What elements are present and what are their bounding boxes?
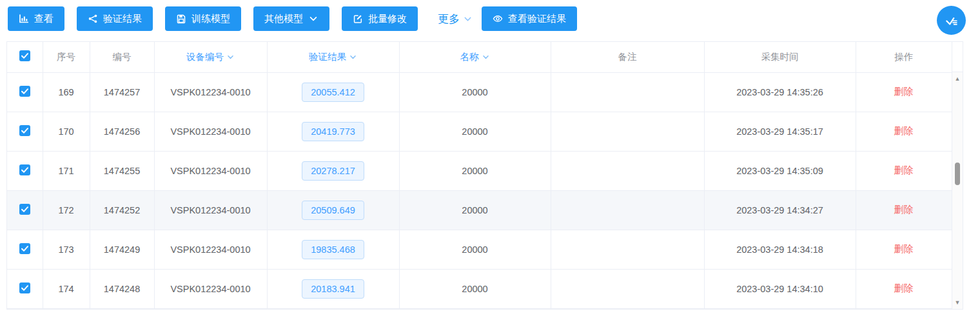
cell-result: 20183.941 bbox=[267, 269, 399, 308]
train-model-button[interactable]: 训练模型 bbox=[165, 6, 241, 31]
view-chart-button[interactable]: 查看 bbox=[8, 6, 64, 31]
scroll-down-icon[interactable]: ▼ bbox=[952, 297, 963, 308]
cell-device: VSPK012234-0010 bbox=[154, 269, 267, 308]
cell-checkbox bbox=[7, 151, 43, 190]
table-row: 1721474252VSPK012234-001020509.649200002… bbox=[7, 190, 952, 230]
cell-remark bbox=[551, 151, 704, 190]
cell-action: 删除 bbox=[856, 230, 952, 269]
header-cell-remark: 备注 bbox=[551, 42, 704, 72]
cell-result: 20509.649 bbox=[267, 190, 399, 230]
result-badge: 20419.773 bbox=[302, 122, 364, 141]
cell-result: 19835.468 bbox=[267, 230, 399, 269]
cell-device: VSPK012234-0010 bbox=[154, 190, 267, 230]
cell-device: VSPK012234-0010 bbox=[154, 230, 267, 269]
other-models-dropdown-button[interactable]: 其他模型 bbox=[253, 6, 329, 31]
cell-code: 1474256 bbox=[90, 112, 154, 151]
scroll-up-icon[interactable]: ▲ bbox=[952, 74, 963, 84]
delete-link[interactable]: 删除 bbox=[894, 86, 914, 97]
button-label: 查看验证结果 bbox=[508, 13, 566, 25]
cell-index: 174 bbox=[43, 269, 90, 308]
cell-checkbox bbox=[7, 190, 43, 230]
cell-name: 20000 bbox=[399, 151, 551, 190]
column-label: 设备编号 bbox=[186, 52, 224, 62]
more-dropdown[interactable]: 更多 bbox=[438, 6, 473, 31]
cell-name: 20000 bbox=[399, 190, 551, 230]
button-label: 查看 bbox=[34, 13, 54, 25]
cell-checkbox bbox=[7, 112, 43, 151]
cell-index: 172 bbox=[43, 190, 90, 230]
result-badge: 20183.941 bbox=[302, 279, 364, 299]
cell-code: 1474252 bbox=[90, 190, 154, 230]
cell-time: 2023-03-29 14:34:10 bbox=[704, 269, 856, 308]
cell-time: 2023-03-29 14:35:17 bbox=[704, 112, 856, 151]
vertical-scrollbar[interactable]: ▲ ▼ bbox=[952, 42, 963, 309]
cell-code: 1474257 bbox=[90, 72, 154, 112]
column-label: 备注 bbox=[618, 52, 637, 62]
result-badge: 20055.412 bbox=[302, 83, 364, 102]
button-label: 训练模型 bbox=[191, 13, 230, 25]
cell-device: VSPK012234-0010 bbox=[154, 72, 267, 112]
validation-result-button[interactable]: 验证结果 bbox=[77, 6, 153, 31]
sort-chevron-down-icon bbox=[482, 53, 490, 61]
column-label: 采集时间 bbox=[761, 52, 799, 62]
cell-index: 169 bbox=[43, 72, 90, 112]
cell-name: 20000 bbox=[399, 269, 551, 308]
fab-checklist-button[interactable] bbox=[937, 6, 966, 35]
cell-action: 删除 bbox=[856, 112, 952, 151]
header-cell-name[interactable]: 名称 bbox=[399, 42, 551, 72]
cell-index: 171 bbox=[43, 151, 90, 190]
scrollbar-thumb[interactable] bbox=[955, 163, 960, 185]
select-all-checkbox[interactable] bbox=[19, 50, 30, 61]
header-cell-device[interactable]: 设备编号 bbox=[154, 42, 267, 72]
header-cell-index: 序号 bbox=[43, 42, 90, 72]
row-checkbox[interactable] bbox=[19, 86, 30, 97]
cell-device: VSPK012234-0010 bbox=[154, 112, 267, 151]
more-label: 更多 bbox=[438, 12, 460, 26]
table: 序号编号设备编号验证结果名称备注采集时间操作 1691474257VSPK012… bbox=[7, 42, 952, 309]
row-checkbox[interactable] bbox=[19, 282, 30, 293]
delete-link[interactable]: 删除 bbox=[894, 164, 914, 175]
table-row: 1731474249VSPK012234-001019835.468200002… bbox=[7, 230, 952, 269]
column-label: 序号 bbox=[57, 52, 75, 62]
scrollbar-track[interactable]: ▲ ▼ bbox=[952, 72, 963, 309]
result-badge: 20278.217 bbox=[302, 161, 364, 181]
share-icon bbox=[88, 14, 98, 24]
checklist-icon bbox=[945, 14, 959, 28]
cell-time: 2023-03-29 14:35:09 bbox=[704, 151, 856, 190]
chevron-down-icon bbox=[463, 14, 473, 24]
batch-edit-button[interactable]: 批量修改 bbox=[342, 6, 418, 31]
view-validation-results-button[interactable]: 查看验证结果 bbox=[482, 6, 577, 31]
cell-result: 20278.217 bbox=[267, 151, 399, 190]
table-header-row: 序号编号设备编号验证结果名称备注采集时间操作 bbox=[7, 42, 952, 72]
cell-remark bbox=[551, 230, 704, 269]
bar-chart-icon bbox=[19, 14, 29, 24]
delete-link[interactable]: 删除 bbox=[894, 125, 914, 136]
cell-index: 173 bbox=[43, 230, 90, 269]
column-label: 编号 bbox=[113, 52, 132, 62]
header-cell-action: 操作 bbox=[856, 42, 952, 72]
chevron-down-icon bbox=[308, 14, 318, 24]
cell-checkbox bbox=[7, 72, 43, 112]
sort-chevron-down-icon bbox=[349, 53, 357, 61]
cell-time: 2023-03-29 14:34:27 bbox=[704, 190, 856, 230]
delete-link[interactable]: 删除 bbox=[894, 282, 914, 293]
row-checkbox[interactable] bbox=[19, 243, 30, 254]
header-cell-result[interactable]: 验证结果 bbox=[267, 42, 399, 72]
cell-result: 20055.412 bbox=[267, 72, 399, 112]
eye-icon bbox=[493, 14, 503, 24]
row-checkbox[interactable] bbox=[19, 164, 30, 175]
toolbar: 查看验证结果训练模型其他模型批量修改 更多 查看验证结果 bbox=[0, 0, 980, 41]
save-icon bbox=[176, 14, 186, 24]
cell-action: 删除 bbox=[856, 151, 952, 190]
row-checkbox[interactable] bbox=[19, 125, 30, 136]
toolbar-buttons: 查看验证结果训练模型其他模型批量修改 bbox=[8, 6, 430, 31]
row-checkbox[interactable] bbox=[19, 204, 30, 215]
sort-chevron-down-icon bbox=[226, 53, 235, 61]
delete-link[interactable]: 删除 bbox=[894, 243, 914, 254]
header-cell-select-all bbox=[7, 42, 43, 72]
delete-link[interactable]: 删除 bbox=[894, 204, 914, 215]
header-cell-time: 采集时间 bbox=[704, 42, 856, 72]
cell-result: 20419.773 bbox=[267, 112, 399, 151]
table-row: 1711474255VSPK012234-001020278.217200002… bbox=[7, 151, 952, 190]
cell-action: 删除 bbox=[856, 190, 952, 230]
